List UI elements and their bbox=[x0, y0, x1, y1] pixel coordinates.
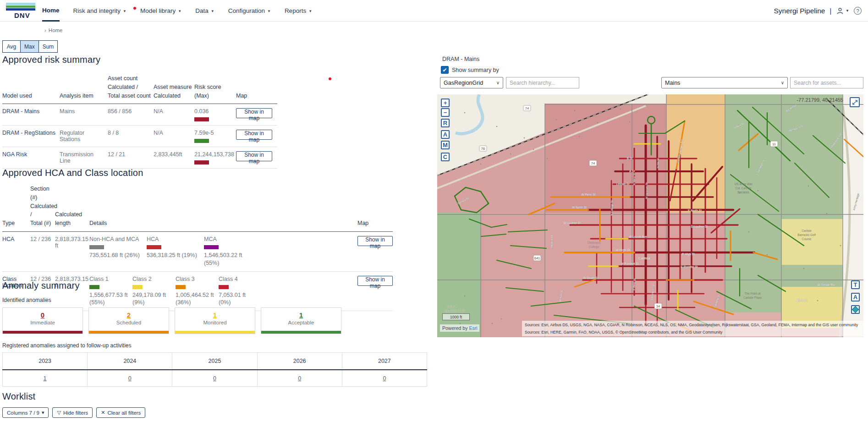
severity-bar bbox=[3, 331, 82, 334]
svg-text:Meadows Park: Meadows Park bbox=[445, 309, 465, 312]
section-title: Anomaly summary bbox=[2, 280, 346, 291]
svg-text:W High St: W High St bbox=[615, 248, 630, 252]
map-tool-a-button[interactable]: A bbox=[441, 130, 450, 139]
checkbox-checked-icon[interactable]: ✔ bbox=[441, 66, 449, 74]
svg-text:Bellaire Dr: Bellaire Dr bbox=[550, 235, 553, 247]
risk-score-bar bbox=[194, 160, 209, 164]
svg-text:641: 641 bbox=[534, 256, 540, 260]
nav-model-library[interactable]: Model library▼ bbox=[140, 0, 181, 22]
hca-table-header: Type Section (#) Calculated / Total (#) … bbox=[2, 182, 393, 232]
close-icon: ✕ bbox=[101, 410, 105, 416]
show-in-map-button[interactable]: Show in map bbox=[357, 236, 393, 246]
svg-text:College: College bbox=[589, 245, 599, 249]
esri-link[interactable]: Esri bbox=[469, 325, 477, 331]
anomaly-summary-section: Anomaly summary Identified anomalies 0 I… bbox=[2, 280, 346, 334]
chevron-down-icon: ▼ bbox=[123, 9, 126, 13]
svg-text:B St: B St bbox=[627, 157, 632, 160]
risk-score-bar bbox=[194, 117, 209, 121]
table-row: DRAM - Mains Mains 856 / 856 N/A 0.036 S… bbox=[2, 104, 277, 126]
toggle-sum-button[interactable]: Sum bbox=[38, 40, 58, 53]
user-menu[interactable]: ▼ bbox=[836, 7, 849, 15]
toggle-max-button[interactable]: Max bbox=[20, 40, 39, 53]
anomaly-cards: 0 Immediate 2 Scheduled 1 Monitored 1 Ac… bbox=[2, 307, 346, 334]
year-count-link[interactable]: 0 bbox=[213, 375, 216, 382]
registered-anomalies-table: 2023 2024 2025 2026 2027 1 0 0 0 0 bbox=[2, 352, 427, 387]
severity-bar bbox=[175, 331, 255, 334]
aggregation-toggle: Avg Max Sum bbox=[2, 40, 58, 53]
columns-button[interactable]: Columns 7 / 9▾ bbox=[2, 407, 49, 418]
logo-stripe bbox=[6, 3, 35, 5]
risk-score-bar bbox=[194, 139, 209, 143]
svg-text:W North St: W North St bbox=[572, 206, 587, 209]
registered-anomalies-label: Registered anomalies assigned to follow-… bbox=[2, 342, 427, 349]
basemap-layers-button[interactable] bbox=[851, 305, 860, 314]
year-count-link[interactable]: 1 bbox=[44, 375, 47, 382]
show-in-map-button[interactable]: Show in map bbox=[236, 151, 272, 161]
map-tool-t-button[interactable]: T bbox=[851, 280, 860, 289]
map-tool-a2-button[interactable]: A bbox=[851, 293, 860, 301]
anomaly-count-link[interactable]: 2 bbox=[127, 311, 131, 319]
map-svg: 7476741164134W North StW Louther StW Loc… bbox=[437, 94, 863, 337]
zoom-out-button[interactable]: − bbox=[441, 108, 450, 117]
hierarchy-select[interactable]: GasRegionGrid∨ bbox=[440, 77, 503, 88]
map-tool-m-button[interactable]: M bbox=[441, 141, 450, 149]
model-link[interactable]: NGA Risk bbox=[2, 151, 60, 158]
top-navigation-bar: DNV Home Risk and integrity▼ Model libra… bbox=[0, 0, 868, 22]
svg-text:Course: Course bbox=[802, 237, 812, 241]
svg-text:N West St: N West St bbox=[633, 173, 636, 185]
help-icon[interactable]: ? bbox=[854, 7, 862, 15]
nav-data[interactable]: Data▼ bbox=[195, 0, 214, 22]
svg-text:Valley: Valley bbox=[447, 305, 455, 309]
svg-text:Barracks Golf: Barracks Golf bbox=[797, 233, 816, 236]
map-scalebar: 1000 ft bbox=[442, 313, 470, 320]
powered-by-esri: Powered by Esri bbox=[440, 324, 479, 332]
year-count-link[interactable]: 0 bbox=[298, 375, 301, 382]
logo-stripe bbox=[6, 5, 35, 8]
nav-risk-and-integrity[interactable]: Risk and integrity▼ bbox=[73, 0, 126, 22]
show-summary-checkbox-row[interactable]: ✔ Show summary by bbox=[441, 66, 499, 74]
toggle-avg-button[interactable]: Avg bbox=[2, 40, 21, 53]
severity-bar bbox=[89, 331, 169, 334]
svg-text:N College St: N College St bbox=[610, 200, 613, 216]
svg-text:E High St: E High St bbox=[682, 252, 695, 256]
map-attribution: Sources: Esri, Airbus DS, USGS, NGA, NAS… bbox=[522, 321, 863, 336]
year-count-link[interactable]: 0 bbox=[383, 375, 386, 382]
dnv-logo[interactable]: DNV bbox=[6, 3, 35, 19]
asset-type-select[interactable]: Mains∨ bbox=[661, 77, 788, 88]
search-assets-input[interactable] bbox=[790, 77, 863, 88]
model-link[interactable]: DRAM - Mains bbox=[2, 108, 60, 115]
anomaly-count-link[interactable]: 1 bbox=[213, 311, 217, 319]
map[interactable]: 7476741164134W North StW Louther StW Loc… bbox=[437, 94, 863, 337]
zoom-in-button[interactable]: + bbox=[441, 99, 450, 107]
svg-text:Carlisle: Carlisle bbox=[638, 256, 651, 260]
nav-configuration[interactable]: Configuration▼ bbox=[228, 0, 271, 22]
svg-text:W Pomfret St: W Pomfret St bbox=[621, 262, 639, 265]
nav-home[interactable]: Home bbox=[42, 0, 60, 22]
breadcrumb[interactable]: ›Home bbox=[44, 27, 63, 33]
anomaly-count-link[interactable]: 0 bbox=[41, 311, 44, 319]
svg-text:76: 76 bbox=[481, 147, 485, 151]
map-coordinates: -77.21799, 40.21455 bbox=[797, 97, 843, 103]
select-arrow-icon: ∨ bbox=[496, 80, 500, 85]
filter-funnel-icon: ▽ bbox=[57, 410, 60, 416]
map-tool-r-button[interactable]: R bbox=[441, 119, 450, 127]
search-hierarchy-input[interactable] bbox=[506, 77, 579, 88]
anomaly-card-monitored: 1 Monitored bbox=[175, 307, 255, 334]
anomaly-count-link[interactable]: 1 bbox=[299, 311, 303, 319]
hide-filters-button[interactable]: ▽Hide filters bbox=[52, 407, 93, 418]
year-count-link[interactable]: 0 bbox=[128, 375, 132, 382]
show-in-map-button[interactable]: Show in map bbox=[236, 108, 272, 118]
svg-text:E Louther St: E Louther St bbox=[691, 225, 708, 228]
logo-text: DNV bbox=[14, 11, 35, 19]
svg-text:W Penn St: W Penn St bbox=[581, 193, 595, 196]
type-link[interactable]: HCA bbox=[2, 236, 30, 242]
svg-text:Dickinson: Dickinson bbox=[588, 241, 601, 244]
model-link[interactable]: DRAM - RegStations bbox=[2, 130, 60, 136]
expand-map-icon[interactable]: ⤢ bbox=[850, 97, 860, 107]
show-in-map-button[interactable]: Show in map bbox=[357, 276, 393, 286]
show-in-map-button[interactable]: Show in map bbox=[236, 130, 272, 140]
section-title: Approved risk summary bbox=[2, 55, 277, 65]
nav-reports[interactable]: Reports▼ bbox=[285, 0, 312, 22]
map-tool-c-button[interactable]: C bbox=[441, 153, 450, 161]
clear-filters-button[interactable]: ✕Clear all filters bbox=[96, 407, 145, 418]
